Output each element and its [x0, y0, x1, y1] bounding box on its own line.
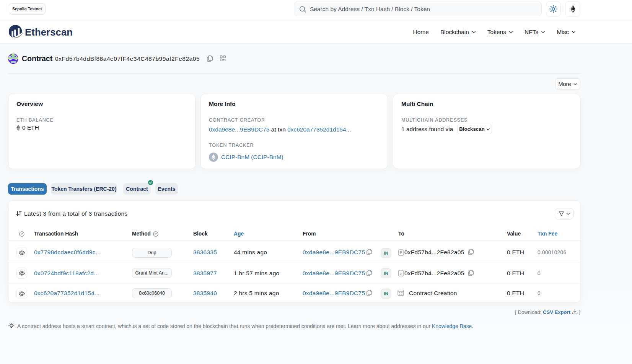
svg-text:?: ?	[155, 232, 157, 236]
svg-text:?: ?	[21, 232, 23, 236]
